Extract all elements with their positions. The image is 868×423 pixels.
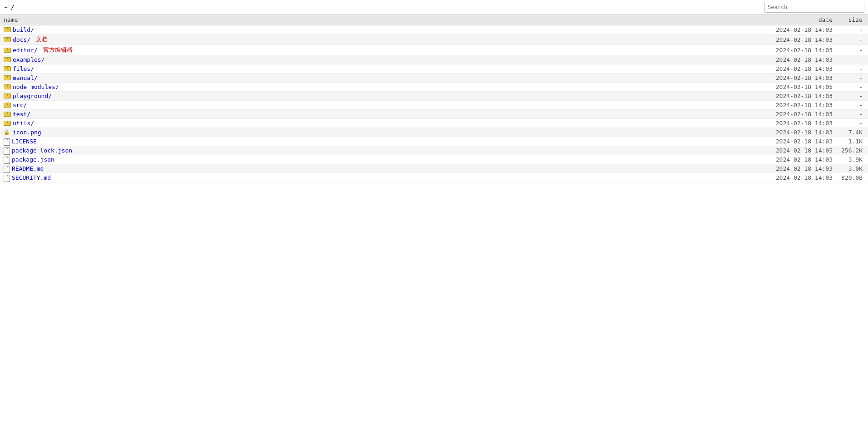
table-row: node_modules/2024-02-18 14:05-	[0, 83, 868, 92]
file-link[interactable]: manual/	[13, 74, 38, 81]
image-icon	[4, 129, 10, 136]
size-cell: -	[836, 64, 868, 74]
date-cell: 2024-02-18 14:03	[764, 55, 836, 64]
date-cell: 2024-02-18 14:05	[764, 146, 836, 155]
table-row: README.md2024-02-18 14:033.0K	[0, 164, 868, 173]
col-header-size[interactable]: size	[836, 15, 868, 25]
col-header-name[interactable]: name	[0, 15, 764, 25]
size-cell: 3.9K	[836, 155, 868, 164]
folder-icon	[4, 57, 10, 62]
folder-icon	[4, 84, 10, 89]
table-row: editor/官方编辑器2024-02-18 14:03-	[0, 45, 868, 55]
size-cell: 820.0B	[836, 173, 868, 182]
file-icon	[4, 157, 9, 163]
file-comment: 官方编辑器	[43, 46, 73, 54]
table-row: package.json2024-02-18 14:033.9K	[0, 155, 868, 164]
name-cell: icon.png	[0, 128, 764, 137]
table-row: playground/2024-02-18 14:03-	[0, 92, 868, 101]
folder-icon	[4, 112, 10, 117]
file-link[interactable]: package.json	[12, 156, 54, 163]
name-cell: LICENSE	[0, 137, 764, 146]
file-icon	[4, 175, 9, 181]
date-cell: 2024-02-18 14:03	[764, 101, 836, 110]
breadcrumb: ~ /	[4, 4, 14, 10]
folder-icon	[4, 75, 10, 80]
date-cell: 2024-02-18 14:03	[764, 164, 836, 173]
size-cell: -	[836, 25, 868, 34]
name-cell: test/	[0, 110, 764, 119]
size-cell: -	[836, 119, 868, 128]
name-cell: playground/	[0, 92, 764, 101]
date-cell: 2024-02-18 14:03	[764, 119, 836, 128]
folder-icon	[4, 121, 10, 126]
file-table: name date size build/2024-02-18 14:03-do…	[0, 15, 868, 182]
table-row: package-lock.json2024-02-18 14:05256.2K	[0, 146, 868, 155]
table-row: src/2024-02-18 14:03-	[0, 101, 868, 110]
name-cell: manual/	[0, 74, 764, 83]
file-link[interactable]: utils/	[13, 120, 34, 127]
date-cell: 2024-02-18 14:03	[764, 64, 836, 74]
file-icon	[4, 138, 9, 145]
size-cell: -	[836, 101, 868, 110]
date-cell: 2024-02-18 14:03	[764, 110, 836, 119]
table-row: SECURITY.md2024-02-18 14:03820.0B	[0, 173, 868, 182]
top-bar: ~ /	[0, 0, 868, 15]
file-link[interactable]: build/	[13, 26, 34, 33]
name-cell: README.md	[0, 164, 764, 173]
name-cell: build/	[0, 25, 764, 34]
file-link[interactable]: files/	[13, 65, 34, 72]
date-cell: 2024-02-18 14:05	[764, 83, 836, 92]
name-cell: examples/	[0, 55, 764, 64]
file-icon	[4, 166, 9, 172]
file-link[interactable]: src/	[13, 102, 27, 108]
size-cell: -	[836, 92, 868, 101]
file-link[interactable]: README.md	[12, 165, 44, 172]
name-cell: package-lock.json	[0, 146, 764, 155]
table-row: docs/文档2024-02-18 14:03-	[0, 34, 868, 45]
folder-icon	[4, 103, 10, 108]
date-cell: 2024-02-18 14:03	[764, 45, 836, 55]
date-cell: 2024-02-18 14:03	[764, 34, 836, 45]
file-link[interactable]: node_modules/	[13, 84, 59, 90]
table-row: icon.png2024-02-18 14:037.4K	[0, 128, 868, 137]
folder-icon	[4, 93, 10, 98]
file-link[interactable]: SECURITY.md	[12, 174, 51, 181]
size-cell: 256.2K	[836, 146, 868, 155]
search-input[interactable]	[764, 2, 864, 13]
size-cell: 1.1K	[836, 137, 868, 146]
size-cell: -	[836, 45, 868, 55]
file-link[interactable]: editor/	[13, 47, 38, 54]
folder-icon	[4, 66, 10, 71]
file-icon	[4, 148, 9, 154]
name-cell: docs/文档	[0, 34, 764, 45]
size-cell: 7.4K	[836, 128, 868, 137]
size-cell: -	[836, 34, 868, 45]
size-cell: -	[836, 74, 868, 83]
file-link[interactable]: package-lock.json	[12, 147, 72, 154]
name-cell: src/	[0, 101, 764, 110]
name-cell: package.json	[0, 155, 764, 164]
col-header-date[interactable]: date	[764, 15, 836, 25]
table-row: examples/2024-02-18 14:03-	[0, 55, 868, 64]
name-cell: editor/官方编辑器	[0, 45, 764, 55]
date-cell: 2024-02-18 14:03	[764, 155, 836, 164]
name-cell: SECURITY.md	[0, 173, 764, 182]
file-link[interactable]: playground/	[13, 93, 52, 99]
file-link[interactable]: LICENSE	[12, 138, 37, 145]
file-link[interactable]: test/	[13, 111, 30, 118]
table-row: LICENSE2024-02-18 14:031.1K	[0, 137, 868, 146]
date-cell: 2024-02-18 14:03	[764, 74, 836, 83]
file-link[interactable]: examples/	[13, 56, 44, 63]
name-cell: node_modules/	[0, 83, 764, 92]
table-row: files/2024-02-18 14:03-	[0, 64, 868, 74]
date-cell: 2024-02-18 14:03	[764, 25, 836, 34]
table-header-row: name date size	[0, 15, 868, 25]
name-cell: files/	[0, 64, 764, 74]
date-cell: 2024-02-18 14:03	[764, 173, 836, 182]
table-row: build/2024-02-18 14:03-	[0, 25, 868, 34]
file-link[interactable]: docs/	[13, 36, 30, 43]
table-row: utils/2024-02-18 14:03-	[0, 119, 868, 128]
file-link[interactable]: icon.png	[13, 129, 41, 136]
size-cell: 3.0K	[836, 164, 868, 173]
folder-icon	[4, 48, 10, 53]
